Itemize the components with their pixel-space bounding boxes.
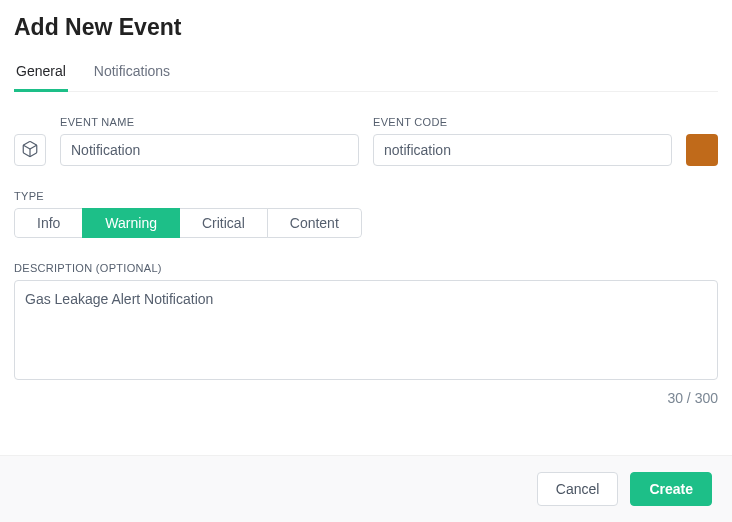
- event-name-label: EVENT NAME: [60, 116, 359, 128]
- type-option-critical[interactable]: Critical: [179, 208, 268, 238]
- color-picker-button[interactable]: [686, 134, 718, 166]
- footer: Cancel Create: [0, 455, 732, 522]
- description-textarea[interactable]: [14, 280, 718, 380]
- description-label: DESCRIPTION (OPTIONAL): [14, 262, 718, 274]
- event-code-input[interactable]: [373, 134, 672, 166]
- cube-icon: [21, 140, 39, 161]
- create-button[interactable]: Create: [630, 472, 712, 506]
- event-name-input[interactable]: [60, 134, 359, 166]
- type-segmented: Info Warning Critical Content: [14, 208, 362, 238]
- description-counter: 30 / 300: [14, 390, 718, 406]
- event-code-label: EVENT CODE: [373, 116, 672, 128]
- type-option-info[interactable]: Info: [14, 208, 83, 238]
- type-label: TYPE: [14, 190, 718, 202]
- tab-general[interactable]: General: [14, 59, 68, 92]
- model-icon-button[interactable]: [14, 134, 46, 166]
- type-option-warning[interactable]: Warning: [82, 208, 180, 238]
- cancel-button[interactable]: Cancel: [537, 472, 619, 506]
- tab-notifications[interactable]: Notifications: [92, 59, 172, 92]
- type-option-content[interactable]: Content: [267, 208, 362, 238]
- page-title: Add New Event: [14, 14, 718, 41]
- tabs: General Notifications: [14, 59, 718, 92]
